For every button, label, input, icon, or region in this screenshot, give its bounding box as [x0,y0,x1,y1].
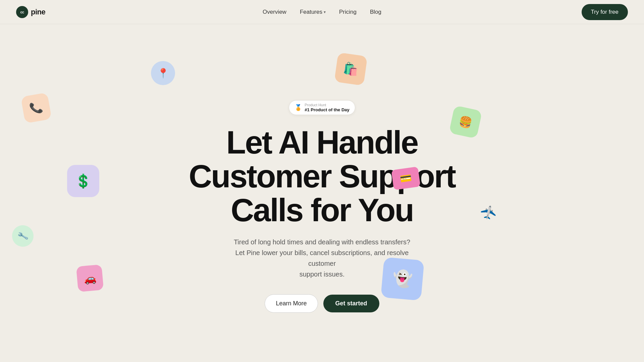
badge-main-label: #1 Product of the Day [305,108,350,112]
dollar-icon: 💲 [67,165,99,197]
chevron-down-icon: ▾ [324,10,326,14]
ghost-money-icon: 👻 [381,257,424,301]
nav-blog[interactable]: Blog [370,9,381,15]
nav-overview[interactable]: Overview [263,9,286,15]
plane-icon: ✈️ [477,202,499,224]
location-icon: 📍 [151,61,175,85]
logo-icon-text: cc [20,10,24,14]
credit-card-icon: 💳 [391,167,421,190]
hero-section: 📍 🛍️ 📞 💲 🔧 🚗 🍔 💳 ✈️ 👻 🏅 Product Hunt #1 … [0,24,644,362]
phone-icon: 📞 [21,93,52,124]
tools-icon: 🔧 [10,223,36,249]
medal-icon: 🏅 [294,104,302,111]
navbar: cc pine Overview Features ▾ Pricing Blog… [0,0,644,24]
logo[interactable]: cc pine [16,6,45,18]
logo-icon: cc [16,6,28,18]
product-hunt-badge: 🏅 Product Hunt #1 Product of the Day [289,100,355,115]
hero-buttons: Learn More Get started [265,294,379,313]
badge-small-label: Product Hunt [305,103,350,107]
nav-pricing[interactable]: Pricing [339,9,357,15]
car-icon: 🚗 [76,264,104,292]
nav-links: Overview Features ▾ Pricing Blog [263,9,381,15]
learn-more-button[interactable]: Learn More [265,294,318,313]
logo-wordmark: pine [31,8,45,16]
food-icon: 🍔 [449,105,482,139]
try-for-free-button[interactable]: Try for free [582,4,628,20]
get-started-button[interactable]: Get started [323,295,379,312]
shopping-bag-icon: 🛍️ [334,52,367,85]
nav-features[interactable]: Features ▾ [300,9,326,15]
